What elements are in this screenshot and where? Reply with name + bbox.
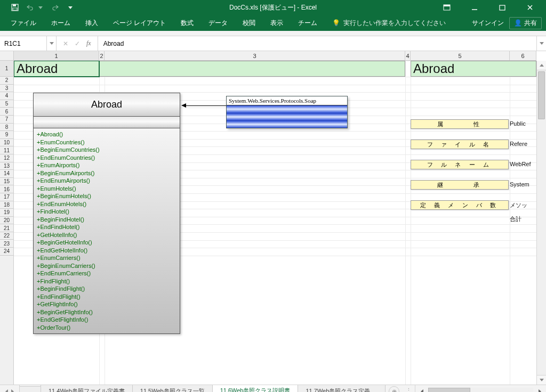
goukei-label: 合計 (510, 215, 521, 223)
row-header[interactable]: 11 (0, 146, 13, 154)
vscroll-thumb[interactable] (538, 71, 545, 119)
svg-rect-1 (13, 4, 16, 6)
cancel-formula-icon[interactable]: ✕ (63, 40, 68, 47)
col-header[interactable]: 4 (405, 51, 411, 60)
soap-box[interactable]: System.Web.Services.Protocols.Soap (226, 96, 348, 128)
col-header[interactable]: 5 (411, 51, 510, 60)
scroll-up-icon[interactable] (537, 61, 546, 70)
svg-rect-2 (13, 8, 17, 10)
close-button[interactable] (518, 0, 542, 15)
svg-rect-4 (444, 5, 450, 6)
col-header[interactable]: 6 (510, 51, 536, 60)
cell-r1c2-3[interactable] (99, 61, 405, 77)
row-header[interactable]: 20 (0, 217, 13, 225)
tab-pagelayout[interactable]: ページ レイアウト (107, 15, 172, 31)
row-header[interactable]: 21 (0, 224, 13, 232)
cell-r1c1[interactable]: Abroad (14, 61, 99, 77)
tell-me-search[interactable]: 💡 実行したい作業を入力してください (332, 19, 446, 28)
row-header[interactable]: 22 (0, 232, 13, 240)
hscroll-right-icon[interactable] (535, 387, 544, 393)
property-value: System (510, 181, 529, 187)
share-button[interactable]: 👤 共有 (509, 17, 542, 29)
soap-label: System.Web.Services.Protocols.Soap (227, 96, 347, 105)
tab-view[interactable]: 表示 (264, 15, 290, 31)
row-header[interactable]: 15 (0, 178, 13, 186)
formula-expand-icon[interactable] (536, 36, 546, 51)
sheet-tab[interactable]: … (20, 386, 41, 392)
property-chip: 継 承 (411, 180, 509, 190)
tell-me-placeholder: 実行したい作業を入力してください (343, 19, 446, 28)
row-header[interactable]: 13 (0, 162, 13, 170)
tab-nav-next-icon[interactable] (11, 389, 14, 393)
row-header[interactable]: 14 (0, 170, 13, 178)
sheet-tab[interactable]: 11.6Web参照クラス説明書 (212, 385, 299, 392)
ribbon-display-icon[interactable] (435, 0, 459, 15)
property-chip: 属 性 (411, 119, 509, 129)
row-header[interactable]: 1 (0, 61, 13, 77)
row-header[interactable]: 16 (0, 185, 13, 193)
share-icon: 👤 (514, 19, 522, 27)
share-label: 共有 (524, 19, 537, 28)
row-header[interactable]: 6 (0, 108, 13, 116)
tab-data[interactable]: データ (202, 15, 234, 31)
row-header[interactable]: 12 (0, 154, 13, 162)
col-header[interactable]: 3 (105, 51, 405, 60)
tab-nav-first-icon[interactable] (5, 389, 8, 393)
vertical-scrollbar[interactable] (536, 61, 546, 385)
soap-band (227, 113, 347, 120)
tab-formulas[interactable]: 数式 (174, 15, 200, 31)
row-header[interactable]: 24 (0, 248, 13, 256)
name-box[interactable]: R1C1 (0, 36, 47, 51)
col-header[interactable]: 2 (99, 51, 105, 60)
property-value: Refere (510, 141, 527, 147)
class-title: Abroad (34, 93, 180, 117)
row-header[interactable]: 23 (0, 240, 13, 248)
row-header[interactable]: 2 (0, 77, 13, 85)
property-chip: 定 義 メ ン バ 数 (411, 200, 509, 210)
row-header[interactable]: 5 (0, 100, 13, 108)
cell-r1c5[interactable]: Abroad (411, 61, 536, 77)
property-value: WebRef (510, 161, 531, 167)
add-sheet-button[interactable]: ⊕ (389, 386, 399, 392)
name-box-dropdown[interactable] (47, 36, 57, 51)
sheet-tab[interactable]: 11.7Web参照クラス定義 … (298, 385, 386, 392)
svg-rect-6 (500, 5, 505, 10)
tab-team[interactable]: チーム (292, 15, 324, 31)
formula-bar[interactable]: Abroad (98, 36, 536, 51)
minimize-button[interactable] (463, 0, 486, 15)
class-diagram-box[interactable]: Abroad +Abroad()+EnumCountries()+BeginEn… (33, 93, 180, 334)
class-members: +Abroad()+EnumCountries()+BeginEnumCount… (34, 128, 180, 333)
undo-dropdown-icon[interactable] (36, 3, 45, 12)
fx-icon[interactable]: fx (86, 39, 91, 47)
save-icon[interactable] (11, 3, 19, 12)
hscroll-left-icon[interactable] (417, 387, 426, 393)
select-all-corner[interactable] (0, 51, 14, 61)
enter-formula-icon[interactable]: ✓ (75, 40, 80, 47)
row-header[interactable]: 8 (0, 124, 13, 132)
redo-icon[interactable] (51, 3, 60, 12)
lightbulb-icon: 💡 (332, 19, 340, 27)
tab-file[interactable]: ファイル (4, 15, 43, 31)
tab-review[interactable]: 校閲 (236, 15, 262, 31)
sheet-tab[interactable]: 11.4Web参照ファイル定義書 (41, 385, 133, 392)
scroll-down-icon[interactable] (537, 375, 546, 385)
row-header[interactable]: 9 (0, 131, 13, 139)
row-header[interactable]: 19 (0, 209, 13, 217)
row-header[interactable]: 18 (0, 201, 13, 209)
soap-band (227, 120, 347, 128)
sheet-tab[interactable]: 11.5Web参照クラス一覧 (132, 385, 213, 392)
qat-customize-icon[interactable] (66, 3, 75, 12)
horizontal-scrollbar[interactable] (415, 385, 546, 392)
col-header[interactable]: 1 (14, 51, 99, 60)
row-header[interactable]: 4 (0, 92, 13, 100)
row-header[interactable]: 10 (0, 139, 13, 147)
tab-insert[interactable]: 挿入 (79, 15, 105, 31)
row-header[interactable]: 17 (0, 193, 13, 201)
row-header[interactable]: 7 (0, 116, 13, 124)
maximize-button[interactable] (491, 0, 514, 15)
undo-icon[interactable] (26, 3, 34, 12)
hscroll-thumb[interactable] (428, 388, 470, 393)
signin-link[interactable]: サインイン (472, 19, 504, 28)
row-header[interactable]: 3 (0, 85, 13, 93)
tab-home[interactable]: ホーム (45, 15, 77, 31)
